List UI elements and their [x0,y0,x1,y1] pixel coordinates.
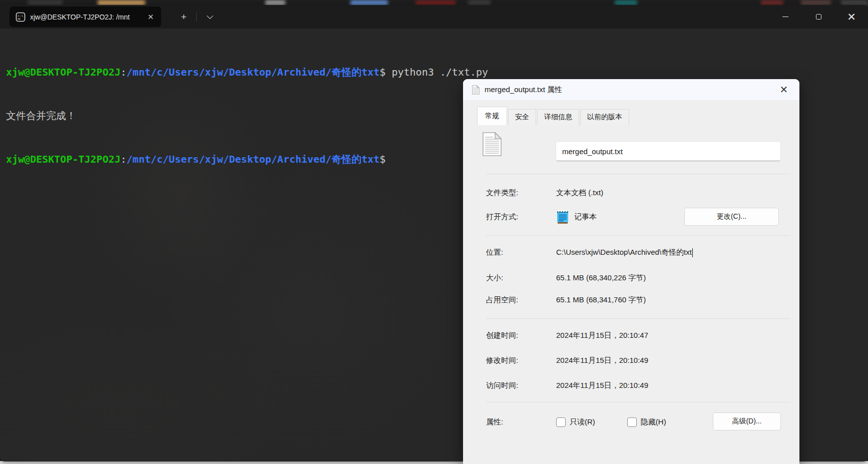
attributes-label: 属性: [486,417,556,427]
text-cursor [692,248,693,257]
tab-close-icon[interactable]: ✕ [145,12,156,23]
size-on-disk-value: 65.1 MB (68,341,760 字节) [556,295,646,305]
terminal-prompt-line: xjw@DESKTOP-TJ2PO2J:/mnt/c/Users/xjw/Des… [6,65,488,80]
command-prompt-icon: c:\ [16,12,26,22]
open-with-label: 打开方式: [486,212,556,222]
size-on-disk-row: 占用空间: 65.1 MB (68,341,760 字节) [486,295,781,305]
size-row: 大小: 65.1 MB (68,340,226 字节) [486,273,781,283]
minimize-button[interactable] [769,5,802,29]
chevron-down-icon [207,13,213,19]
maximize-button[interactable] [802,5,835,29]
terminal-output-line: 文件合并完成！ [6,109,488,123]
file-icon [482,132,502,157]
terminal-output: xjw@DESKTOP-TJ2PO2J:/mnt/c/Users/xjw/Des… [6,36,488,196]
size-on-disk-label: 占用空间: [486,295,556,305]
tab-security[interactable]: 安全 [508,109,536,125]
location-value: C:\Users\xjw\Desktop\Archived\奇怪的txt [556,248,692,257]
tab-details[interactable]: 详细信息 [537,109,579,125]
open-with-app-name: 记事本 [574,212,597,222]
modified-label: 修改时间: [486,356,556,365]
created-value: 2024年11月15日，20:10:47 [556,331,648,340]
terminal-tab-title: xjw@DESKTOP-TJ2PO2J: /mnt [30,13,145,21]
tabbar-divider [196,13,197,22]
dialog-tabs: 常规 安全 详细信息 以前的版本 [477,108,630,125]
location-label: 位置: [486,248,556,257]
readonly-label: 只读(R) [570,417,595,427]
change-app-button[interactable]: 更改(C)... [684,208,779,226]
terminal-command: python3 ./txt.py [385,66,488,78]
hidden-label: 隐藏(H) [641,417,666,427]
created-label: 创建时间: [486,331,556,340]
prompt-separator: : [121,153,127,165]
prompt-symbol: $ [379,66,385,78]
prompt-user: xjw@DESKTOP-TJ2PO2J [6,153,121,165]
created-row: 创建时间: 2024年11月15日，20:10:47 [486,331,781,340]
output-text: 文件合并完成！ [6,110,76,122]
terminal-tab-bar: c:\ xjw@DESKTOP-TJ2PO2J: /mnt ✕ + ✕ [0,5,868,29]
modified-row: 修改时间: 2024年11月15日，20:10:49 [486,356,781,365]
dialog-title: merged_output.txt 属性 [485,85,562,95]
accessed-row: 访问时间: 2024年11月15日，20:10:49 [486,381,781,390]
readonly-checkbox-group[interactable]: 只读(R) [556,417,595,427]
prompt-path: /mnt/c/Users/xjw/Desktop/Archived/奇怪的txt [127,66,380,78]
tab-dropdown-button[interactable] [201,10,218,24]
size-label: 大小: [486,273,556,283]
new-tab-button[interactable]: + [176,10,191,24]
filename-input[interactable] [556,141,781,161]
hidden-checkbox-group[interactable]: 隐藏(H) [627,417,666,427]
minimize-icon [782,17,788,17]
terminal-prompt-line: xjw@DESKTOP-TJ2PO2J:/mnt/c/Users/xjw/Des… [6,152,488,167]
file-type-row: 文件类型: 文本文档 (.txt) [486,188,781,198]
file-type-value: 文本文档 (.txt) [556,188,603,198]
hidden-checkbox[interactable] [627,417,637,427]
window-controls: ✕ [769,5,868,29]
readonly-checkbox[interactable] [556,417,566,427]
modified-value: 2024年11月15日，20:10:49 [556,356,648,365]
location-row: 位置: C:\Users\xjw\Desktop\Archived\奇怪的txt [486,248,781,257]
separator [486,174,790,174]
tab-general[interactable]: 常规 [477,107,507,125]
document-icon [472,85,480,95]
properties-dialog: merged_output.txt 属性 ✕ 常规 安全 详细信息 以前的版本 … [463,79,799,464]
accessed-value: 2024年11月15日，20:10:49 [556,381,648,390]
advanced-button[interactable]: 高级(D)... [713,412,781,430]
prompt-path: /mnt/c/Users/xjw/Desktop/Archived/奇怪的txt [127,153,380,165]
prompt-separator: : [121,66,127,78]
maximize-icon [816,14,821,20]
separator [486,235,790,236]
notepad-icon [556,210,569,224]
dialog-titlebar: merged_output.txt 属性 ✕ [463,79,799,100]
svg-text:c:\: c:\ [18,14,24,18]
close-icon: ✕ [847,12,856,22]
separator [486,402,790,402]
accessed-label: 访问时间: [486,381,556,390]
dialog-close-button[interactable]: ✕ [775,82,792,97]
size-value: 65.1 MB (68,340,226 字节) [556,273,646,283]
file-type-label: 文件类型: [486,188,556,198]
terminal-tab[interactable]: c:\ xjw@DESKTOP-TJ2PO2J: /mnt ✕ [10,7,161,27]
separator [486,318,790,319]
prompt-symbol: $ [379,153,385,165]
close-button[interactable]: ✕ [835,5,868,29]
prompt-user: xjw@DESKTOP-TJ2PO2J [6,66,121,78]
tab-previous-versions[interactable]: 以前的版本 [580,109,629,125]
